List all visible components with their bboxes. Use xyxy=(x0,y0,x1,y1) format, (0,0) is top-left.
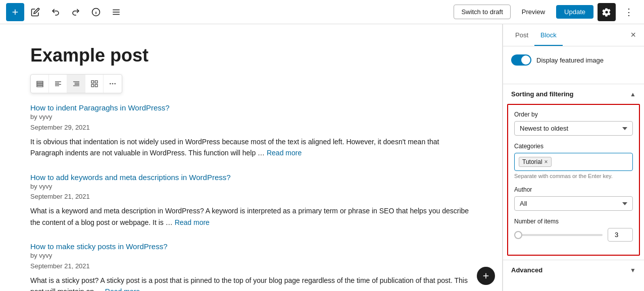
post-excerpt-3: What is a sticky post? A sticky post is … xyxy=(30,275,472,291)
toolbar: Switch to draft Preview Update ⋮ xyxy=(0,0,644,24)
toolbar-left xyxy=(6,3,125,21)
display-featured-image-row: Display featured image xyxy=(511,54,636,66)
block-tool-more[interactable] xyxy=(104,75,122,93)
tag-remove-button[interactable]: × xyxy=(544,159,548,165)
display-featured-image-toggle[interactable] xyxy=(511,54,531,66)
svg-point-22 xyxy=(112,83,114,85)
slider-thumb[interactable] xyxy=(514,231,522,239)
number-of-items-field: Number of items xyxy=(514,218,633,242)
list-view-button[interactable] xyxy=(107,3,125,21)
sorting-section: Order by Newest to oldest Oldest to newe… xyxy=(507,104,640,256)
svg-rect-19 xyxy=(91,85,94,87)
editor-area: Example post How to indent Paragraghs in… xyxy=(0,24,503,291)
panel-tabs: Post Block × xyxy=(503,24,644,46)
order-by-label: Order by xyxy=(514,111,633,118)
author-select[interactable]: All xyxy=(514,196,633,211)
sorting-section-title: Sorting and filtering xyxy=(511,90,574,98)
post-meta-1: by vyvy September 29, 2021 xyxy=(30,112,472,133)
redo-button[interactable] xyxy=(67,3,85,21)
svg-rect-20 xyxy=(95,85,97,87)
add-block-button[interactable] xyxy=(6,3,24,21)
post-excerpt-2: What is a keyword and meta description i… xyxy=(30,205,472,228)
sorting-section-header[interactable]: Sorting and filtering ▲ xyxy=(503,84,644,104)
svg-rect-17 xyxy=(91,81,94,83)
read-more-3[interactable]: Read more xyxy=(105,287,140,291)
categories-input[interactable]: Tutorial × xyxy=(514,153,633,171)
category-tag: Tutorial × xyxy=(519,157,552,167)
advanced-chevron-icon: ▼ xyxy=(630,267,636,274)
post-link-3[interactable]: How to make sticky posts in WordPress? xyxy=(30,242,167,251)
bottom-add-button[interactable] xyxy=(477,267,495,285)
svg-rect-18 xyxy=(95,81,97,83)
panel-close-button[interactable]: × xyxy=(628,28,638,42)
undo-button[interactable] xyxy=(46,3,65,21)
main-layout: Example post How to indent Paragraghs in… xyxy=(0,24,644,291)
categories-field: Categories Tutorial × Separate with comm… xyxy=(514,143,633,179)
author-label: Author xyxy=(514,186,633,193)
settings-button[interactable] xyxy=(598,3,616,21)
post-link-1[interactable]: How to indent Paragraghs in WordPress? xyxy=(30,103,170,112)
categories-hint: Separate with commas or the Enter key. xyxy=(514,173,633,179)
svg-rect-7 xyxy=(37,84,43,85)
post-link-2[interactable]: How to add keywords and meta description… xyxy=(30,173,231,182)
post-meta-3: by vyvy September 21, 2021 xyxy=(30,251,472,272)
block-tool-indent-list[interactable] xyxy=(67,75,85,93)
switch-to-draft-button[interactable]: Switch to draft xyxy=(454,5,510,19)
svg-point-23 xyxy=(114,83,116,85)
block-tool-align-left[interactable] xyxy=(49,75,67,93)
number-of-items-slider[interactable] xyxy=(514,234,603,236)
order-by-select[interactable]: Newest to oldest Oldest to newest A → Z … xyxy=(514,121,633,136)
order-by-field: Order by Newest to oldest Oldest to newe… xyxy=(514,111,633,136)
read-more-2[interactable]: Read more xyxy=(175,218,210,226)
sorting-chevron-icon: ▲ xyxy=(630,91,636,98)
post-excerpt-1: It is obvious that indentation is not wi… xyxy=(30,136,472,159)
display-featured-image-label: Display featured image xyxy=(536,56,604,64)
number-of-items-input[interactable] xyxy=(608,228,633,242)
post-meta-2: by vyvy September 21, 2021 xyxy=(30,182,472,203)
toolbar-right: Switch to draft Preview Update ⋮ xyxy=(454,3,638,21)
tab-block[interactable]: Block xyxy=(534,24,563,46)
post-item: How to indent Paragraghs in WordPress? b… xyxy=(30,103,472,158)
tab-post[interactable]: Post xyxy=(509,24,534,46)
read-more-1[interactable]: Read more xyxy=(267,149,302,157)
update-button[interactable]: Update xyxy=(556,5,593,19)
advanced-section-title: Advanced xyxy=(511,266,542,274)
categories-label: Categories xyxy=(514,143,633,150)
svg-rect-8 xyxy=(37,86,43,87)
svg-point-21 xyxy=(110,83,111,85)
number-of-items-label: Number of items xyxy=(514,218,633,225)
post-title: Example post xyxy=(30,44,472,66)
preview-button[interactable]: Preview xyxy=(515,5,552,19)
post-item: How to add keywords and meta description… xyxy=(30,173,472,228)
svg-rect-6 xyxy=(37,82,43,83)
right-panel: Post Block × Display featured image Sort… xyxy=(503,24,644,291)
number-of-items-row xyxy=(514,228,633,242)
advanced-section-header[interactable]: Advanced ▼ xyxy=(503,260,644,280)
block-toolbar xyxy=(30,74,122,93)
info-button[interactable] xyxy=(87,3,105,21)
author-field: Author All xyxy=(514,186,633,211)
post-item: How to make sticky posts in WordPress? b… xyxy=(30,242,472,291)
block-tool-grid[interactable] xyxy=(85,75,104,93)
panel-featured-image-section: Display featured image xyxy=(503,46,644,84)
edit-tool-button[interactable] xyxy=(26,3,44,21)
block-tool-list[interactable] xyxy=(31,75,49,93)
more-options-button[interactable]: ⋮ xyxy=(620,3,638,21)
